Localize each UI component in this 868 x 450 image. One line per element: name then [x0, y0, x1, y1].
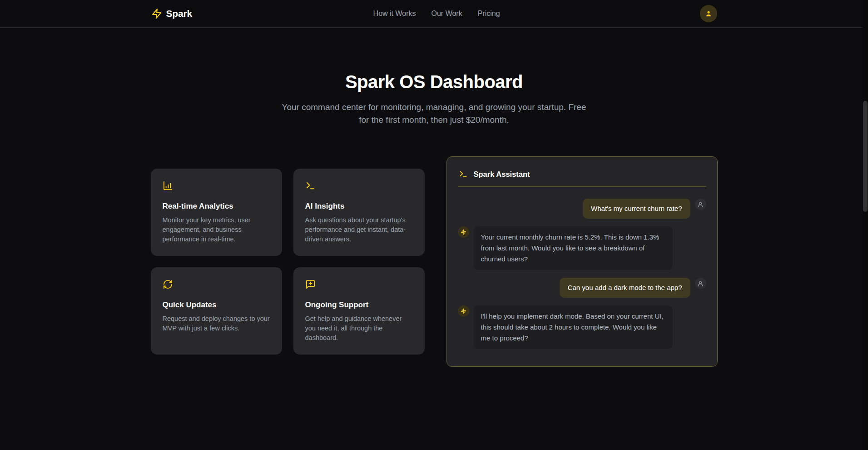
nav-link-our-work[interactable]: Our Work: [432, 10, 462, 18]
feature-card-realtime-analytics[interactable]: Real-time Analytics Monitor your key met…: [151, 169, 282, 256]
chart-column-icon: [163, 180, 270, 193]
feature-title: Quick Updates: [163, 300, 270, 310]
assistant-panel-header: Spark Assistant: [458, 168, 706, 179]
spark-assistant-panel: Spark Assistant What's my current churn …: [446, 156, 718, 367]
zap-icon: [151, 8, 162, 19]
main-content: Real-time Analytics Monitor your key met…: [151, 156, 718, 367]
page-scrollbar[interactable]: [863, 0, 868, 450]
feature-description: Get help and guidance whenever you need …: [305, 314, 413, 343]
hero-section: Spark OS Dashboard Your command center f…: [0, 28, 868, 126]
user-avatar: [695, 199, 706, 210]
feature-title: AI Insights: [305, 202, 413, 211]
terminal-icon: [305, 180, 413, 193]
terminal-icon: [459, 170, 468, 179]
user-avatar: [695, 278, 706, 289]
zap-icon: [461, 229, 466, 235]
chat-message-assistant: Your current monthly churn rate is 5.2%.…: [458, 226, 706, 270]
feature-description: Request and deploy changes to your MVP w…: [163, 314, 270, 333]
feature-card-quick-updates[interactable]: Quick Updates Request and deploy changes…: [151, 267, 282, 355]
nav-links: How it Works Our Work Pricing: [373, 10, 500, 18]
assistant-avatar: [458, 305, 469, 317]
zap-icon: [461, 308, 466, 314]
user-icon: [697, 201, 704, 208]
feature-card-ongoing-support[interactable]: Ongoing Support Get help and guidance wh…: [293, 267, 425, 355]
assistant-avatar: [458, 226, 469, 238]
nav-inner: Spark How it Works Our Work Pricing: [148, 0, 721, 27]
chat-message-user: Can you add a dark mode to the app?: [458, 278, 706, 298]
feature-grid: Real-time Analytics Monitor your key met…: [151, 169, 424, 355]
feature-title: Ongoing Support: [305, 300, 413, 310]
user-icon: [704, 10, 713, 18]
user-icon: [697, 280, 704, 287]
feature-title: Real-time Analytics: [163, 202, 270, 211]
user-message-bubble: Can you add a dark mode to the app?: [560, 278, 690, 298]
nav-link-how-it-works[interactable]: How it Works: [373, 10, 416, 18]
assistant-message-bubble: I'll help you implement dark mode. Based…: [474, 305, 673, 349]
page-subtitle: Your command center for monitoring, mana…: [281, 101, 588, 126]
brand-logo[interactable]: Spark: [151, 8, 192, 19]
refresh-icon: [163, 279, 270, 291]
chat-message-assistant: I'll help you implement dark mode. Based…: [458, 305, 706, 349]
scrollbar-thumb[interactable]: [863, 101, 868, 212]
assistant-panel-title: Spark Assistant: [474, 170, 530, 179]
chat-message-user: What's my current churn rate?: [458, 199, 706, 219]
page: Spark How it Works Our Work Pricing Spar…: [0, 0, 868, 450]
feature-description: Monitor your key metrics, user engagemen…: [163, 215, 270, 244]
account-avatar-button[interactable]: [700, 5, 717, 22]
message-square-plus-icon: [305, 279, 413, 291]
feature-card-ai-insights[interactable]: AI Insights Ask questions about your sta…: [293, 169, 425, 256]
brand-name: Spark: [166, 8, 192, 19]
feature-description: Ask questions about your startup's perfo…: [305, 215, 413, 244]
nav-link-pricing[interactable]: Pricing: [478, 10, 500, 18]
user-message-bubble: What's my current churn rate?: [583, 199, 690, 219]
panel-divider: [458, 186, 706, 187]
chat-message-list: What's my current churn rate? Your curre…: [458, 199, 706, 349]
page-title: Spark OS Dashboard: [0, 72, 868, 92]
top-nav: Spark How it Works Our Work Pricing: [0, 0, 868, 28]
assistant-message-bubble: Your current monthly churn rate is 5.2%.…: [474, 226, 673, 270]
